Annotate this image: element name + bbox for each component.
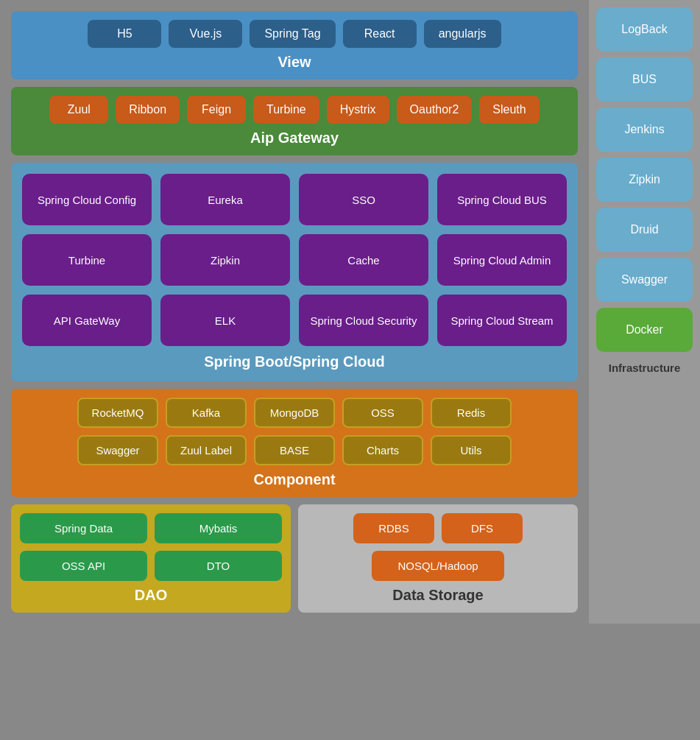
view-item-springtag: Spring Tag bbox=[250, 20, 335, 48]
bottom-section: Spring Data Mybatis OSS API DTO DAO RDBS… bbox=[11, 504, 578, 613]
dao-springdata: Spring Data bbox=[20, 513, 147, 543]
component-row-2: Swagger Zuul Label BASE Charts Utils bbox=[20, 435, 569, 465]
spring-item-eureka: Eureka bbox=[160, 174, 290, 225]
storage-rdbs: RDBS bbox=[353, 513, 434, 543]
right-panel: LogBack BUS Jenkins Zipkin Druid Swagger… bbox=[589, 0, 700, 624]
component-redis: Redis bbox=[431, 398, 512, 428]
infrastructure-label: Infrastructure bbox=[596, 358, 693, 378]
component-base: BASE bbox=[254, 435, 335, 465]
gateway-item-zuul: Zuul bbox=[49, 96, 108, 124]
right-logback[interactable]: LogBack bbox=[596, 7, 693, 52]
spring-item-bus: Spring Cloud BUS bbox=[437, 174, 567, 225]
gateway-item-hystrix: Hystrix bbox=[327, 96, 389, 124]
spring-item-security: Spring Cloud Security bbox=[299, 295, 428, 346]
gateway-item-oauthor2: Oauthor2 bbox=[397, 96, 473, 124]
view-items: H5 Vue.js Spring Tag React angularjs bbox=[20, 20, 569, 48]
storage-nosql: NOSQL/Hadoop bbox=[372, 551, 504, 581]
spring-item-apigateway: API GateWay bbox=[22, 295, 152, 346]
right-jenkins[interactable]: Jenkins bbox=[596, 108, 693, 152]
gateway-section: Zuul Ribbon Feign Turbine Hystrix Oautho… bbox=[11, 87, 578, 155]
dao-ossapi: OSS API bbox=[20, 551, 147, 581]
spring-item-cache: Cache bbox=[299, 234, 428, 286]
storage-row-1: RDBS DFS bbox=[307, 513, 569, 543]
view-section: H5 Vue.js Spring Tag React angularjs Vie… bbox=[11, 11, 578, 80]
view-item-h5: H5 bbox=[88, 20, 161, 48]
dao-section: Spring Data Mybatis OSS API DTO DAO bbox=[11, 504, 291, 613]
dao-mybatis: Mybatis bbox=[155, 513, 282, 543]
dao-grid: Spring Data Mybatis OSS API DTO bbox=[20, 513, 282, 581]
component-charts: Charts bbox=[342, 435, 423, 465]
component-section: RocketMQ Kafka MongoDB OSS Redis Swagger… bbox=[11, 389, 578, 497]
view-item-react: React bbox=[343, 20, 417, 48]
dao-label: DAO bbox=[20, 587, 282, 604]
spring-section: Spring Cloud Config Eureka SSO Spring Cl… bbox=[11, 163, 578, 381]
view-item-vuejs: Vue.js bbox=[169, 20, 242, 48]
spring-item-elk: ELK bbox=[160, 295, 290, 346]
component-label: Component bbox=[20, 471, 569, 488]
right-swagger[interactable]: Swagger bbox=[596, 258, 693, 302]
spring-item-zipkin: Zipkin bbox=[160, 234, 290, 286]
gateway-item-feign: Feign bbox=[187, 96, 246, 124]
view-label: View bbox=[20, 54, 569, 71]
component-zuullabel: Zuul Label bbox=[166, 435, 247, 465]
storage-dfs: DFS bbox=[442, 513, 523, 543]
gateway-label: Aip Gateway bbox=[20, 130, 569, 147]
gateway-items: Zuul Ribbon Feign Turbine Hystrix Oautho… bbox=[20, 96, 569, 124]
right-druid[interactable]: Druid bbox=[596, 208, 693, 252]
component-utils: Utils bbox=[431, 435, 512, 465]
component-mongodb: MongoDB bbox=[254, 398, 335, 428]
component-oss: OSS bbox=[342, 398, 423, 428]
spring-item-stream: Spring Cloud Stream bbox=[437, 295, 567, 346]
gateway-item-turbine: Turbine bbox=[253, 96, 319, 124]
spring-item-config: Spring Cloud Config bbox=[22, 174, 152, 225]
spring-grid: Spring Cloud Config Eureka SSO Spring Cl… bbox=[22, 174, 567, 346]
spring-item-sso: SSO bbox=[299, 174, 428, 225]
component-row-1: RocketMQ Kafka MongoDB OSS Redis bbox=[20, 398, 569, 428]
right-docker[interactable]: Docker bbox=[596, 308, 693, 352]
component-rocketmq: RocketMQ bbox=[77, 398, 158, 428]
gateway-item-sleuth: Sleuth bbox=[479, 96, 539, 124]
storage-section: RDBS DFS NOSQL/Hadoop Data Storage bbox=[298, 504, 578, 613]
storage-items: RDBS DFS NOSQL/Hadoop bbox=[307, 513, 569, 581]
storage-label: Data Storage bbox=[307, 587, 569, 604]
spring-label: Spring Boot/Spring Cloud bbox=[22, 353, 567, 370]
storage-row-2: NOSQL/Hadoop bbox=[307, 551, 569, 581]
spring-item-turbine: Turbine bbox=[22, 234, 152, 286]
component-kafka: Kafka bbox=[166, 398, 247, 428]
component-rows: RocketMQ Kafka MongoDB OSS Redis Swagger… bbox=[20, 398, 569, 465]
dao-dto: DTO bbox=[155, 551, 282, 581]
gateway-item-ribbon: Ribbon bbox=[116, 96, 180, 124]
right-bus[interactable]: BUS bbox=[596, 57, 693, 102]
right-zipkin[interactable]: Zipkin bbox=[596, 158, 693, 202]
spring-item-admin: Spring Cloud Admin bbox=[437, 234, 567, 286]
view-item-angularjs: angularjs bbox=[424, 20, 501, 48]
component-swagger: Swagger bbox=[77, 435, 158, 465]
